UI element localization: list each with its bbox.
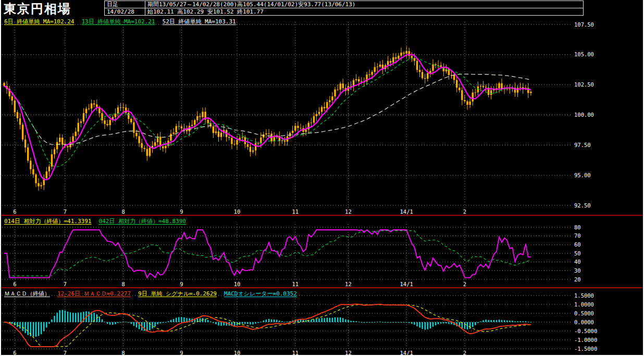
svg-text:8: 8 [121,281,125,287]
legend-rsi14: 014日 相対力（終値）=41.3391 [4,217,91,225]
svg-text:92.50: 92.50 [574,202,591,208]
svg-text:107.50: 107.50 [574,21,594,28]
date-cell: 14/02/28 [105,8,145,15]
period-summary: 期間13/05/27～14/02/28(200)高105.44(14/01/02… [145,1,583,8]
svg-text:-0.5000: -0.5000 [574,328,597,334]
svg-text:9: 9 [180,281,183,287]
svg-text:6: 6 [13,208,16,215]
svg-text:70: 70 [574,232,581,239]
svg-text:100.00: 100.00 [574,112,594,118]
legend-ma6: 6日 終値単純 MA=102.24 [4,18,74,26]
svg-text:-1.0000: -1.0000 [574,337,597,343]
svg-text:14/1: 14/1 [400,208,413,215]
chart-info-box: 日足 期間13/05/27～14/02/28(200)高105.44(14/01… [104,1,584,16]
svg-text:12: 12 [345,281,352,287]
svg-text:97.50: 97.50 [574,142,591,148]
rsi-panel[interactable]: 80706050403020678910111214/12 014日 相対力（終… [0,216,644,287]
svg-text:10: 10 [234,208,241,215]
svg-text:9: 9 [180,208,183,215]
svg-text:0.0000: 0.0000 [574,319,594,325]
svg-text:2: 2 [463,281,466,287]
macd-panel[interactable]: 1.50001.00000.50000.0000-0.5000-1.0000-1… [0,288,644,356]
svg-text:14/1: 14/1 [400,281,413,287]
svg-text:11: 11 [292,281,299,287]
svg-text:10: 10 [234,281,241,287]
legend-oscillator: MACDオシレーター=0.0352 [224,290,297,298]
svg-text:7: 7 [64,208,67,215]
svg-text:11: 11 [292,208,299,215]
macd-legend: ＭＡＣＤ（終値） 12-26日 ＭＡＣＤ=0.2277 9日 単純 シグナル=-… [4,290,297,298]
legend-signal: 9日 単純 シグナル=-0.2629 [138,290,217,298]
macd-chart-canvas[interactable]: 1.50001.00000.50000.0000-0.5000-1.0000-1… [0,288,644,356]
svg-text:105.00: 105.00 [574,51,594,57]
price-chart-canvas[interactable]: 107.50105.00102.50100.0097.5095.0092.506… [0,16,644,215]
panel-separator [0,287,644,288]
timeframe-cell: 日足 [105,1,145,8]
svg-text:40: 40 [574,259,581,265]
svg-text:0.5000: 0.5000 [574,310,594,316]
svg-text:-1.5000: -1.5000 [574,346,597,352]
chart-window: 東京円相場 日足 期間13/05/27～14/02/28(200)高105.44… [0,0,644,356]
svg-text:1.0000: 1.0000 [574,301,594,308]
window-title: 東京円相場 [4,1,71,17]
rsi-legend: 014日 相対力（終値）=41.3391 042日 相対力（終値）=48.839… [4,217,186,225]
legend-rsi42: 042日 相対力（終値）=48.8390 [98,217,185,225]
svg-text:1.5000: 1.5000 [574,292,594,299]
svg-text:102.50: 102.50 [574,81,594,88]
svg-text:80: 80 [574,224,581,230]
svg-text:6: 6 [13,281,16,287]
window-border-left [0,0,1,356]
svg-text:2: 2 [463,208,466,215]
svg-text:12: 12 [345,208,352,215]
svg-text:30: 30 [574,267,581,274]
svg-text:8: 8 [121,208,125,215]
svg-text:20: 20 [574,276,581,283]
svg-text:50: 50 [574,250,581,256]
legend-ma13: 13日 終値単純 MA=102.21 [81,18,155,26]
legend-macd-value: 12-26日 ＭＡＣＤ=0.2277 [57,290,131,298]
legend-ma52: 52日 終値単純 MA=103.31 [163,18,236,26]
price-legend: 6日 終値単純 MA=102.24 13日 終値単純 MA=102.21 52日… [4,18,236,26]
rsi-chart-canvas[interactable]: 80706050403020678910111214/12 [0,216,644,287]
price-panel[interactable]: 107.50105.00102.50100.0097.5095.0092.506… [0,16,644,215]
svg-text:7: 7 [64,281,67,287]
title-bar: 東京円相場 日足 期間13/05/27～14/02/28(200)高105.44… [0,0,644,16]
panel-separator [0,215,644,216]
legend-macd-title: ＭＡＣＤ（終値） [4,290,50,298]
svg-text:60: 60 [574,241,581,248]
ohlc-summary: 始102.11 高102.29 安101.52 終101.77 [145,8,583,15]
svg-text:95.00: 95.00 [574,172,591,178]
